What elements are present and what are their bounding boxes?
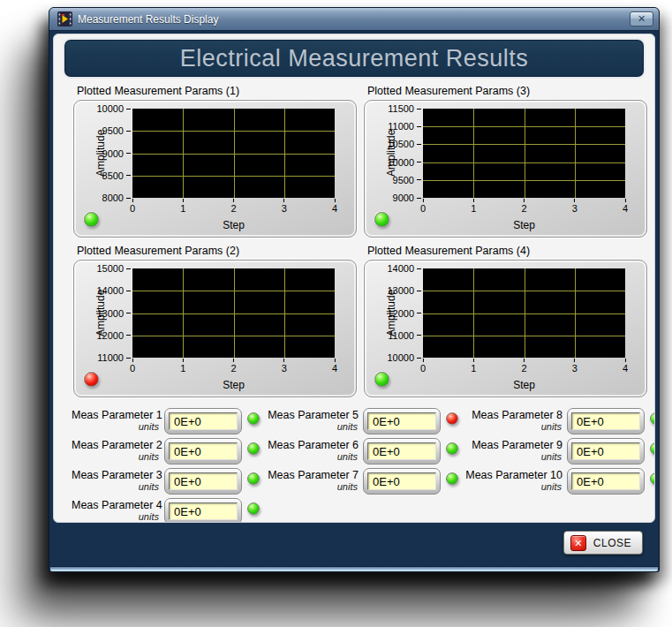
param-value-field[interactable]	[571, 412, 640, 430]
y-tick: 11000	[97, 352, 131, 363]
x-tick: 2	[230, 359, 236, 374]
param-status-led	[650, 472, 655, 485]
param-status-led	[446, 412, 458, 425]
plot-title: Plotted Measurement Params (2)	[77, 245, 357, 257]
window-close-button[interactable]: ✕	[630, 11, 653, 26]
x-tick: 3	[282, 199, 287, 214]
window-bottom-edge	[50, 566, 658, 571]
window-titlebar[interactable]: Measurement Results Display ✕	[49, 8, 659, 31]
y-tick: 9000	[102, 148, 131, 159]
param-value-field[interactable]	[571, 472, 640, 490]
grid-line-vertical	[473, 109, 474, 198]
labview-vi-icon	[57, 11, 72, 26]
param-value-field[interactable]	[571, 442, 640, 460]
y-tick: 8000	[102, 193, 131, 203]
param-units-label: units	[465, 451, 563, 462]
numeric-indicator-frame	[567, 438, 645, 465]
grid-lines	[132, 268, 335, 358]
x-tick: 0	[420, 199, 426, 214]
x-tick: 4	[623, 359, 628, 374]
param-value-field[interactable]	[169, 502, 238, 520]
x-axis-ticks: 01234	[132, 359, 335, 374]
y-tick: 13000	[96, 308, 131, 319]
plot-status-led	[374, 212, 389, 227]
y-tick: 10000	[96, 103, 131, 114]
x-tick: 1	[471, 359, 476, 374]
y-tick: 11500	[388, 103, 421, 114]
param-value-field[interactable]	[169, 412, 238, 430]
param-units-label: units	[465, 421, 563, 432]
plot-group-4: Plotted Measurement Params (4) Amplitude…	[364, 243, 647, 397]
param-value-field[interactable]	[169, 472, 238, 490]
param-status-led	[446, 442, 458, 455]
param-units-label: units	[267, 421, 359, 432]
x-tick: 4	[623, 199, 628, 214]
grid-line-vertical	[284, 109, 285, 198]
x-tick: 1	[471, 199, 476, 214]
y-tick: 15000	[96, 263, 131, 274]
x-axis-ticks: 01234	[423, 359, 625, 374]
param-value-field[interactable]	[367, 472, 436, 490]
plot-title: Plotted Measurement Params (1)	[77, 85, 357, 97]
plot-group-1: Plotted Measurement Params (1) Amplitude…	[73, 83, 357, 238]
param-row-1: Meas Parameter 1 units	[72, 408, 260, 434]
param-value-field[interactable]	[367, 412, 436, 430]
param-units-label: units	[267, 481, 359, 492]
numeric-indicator-frame	[363, 408, 441, 434]
y-tick: 10500	[387, 139, 421, 149]
waveform-graph: Amplitude 1500014000130001200011000 0123…	[73, 260, 357, 397]
param-status-led	[650, 442, 655, 455]
param-row-2: Meas Parameter 2 units	[72, 438, 260, 465]
y-tick: 10000	[387, 157, 421, 168]
y-tick: 14000	[96, 285, 131, 296]
footer: ✕ CLOSE	[53, 523, 655, 564]
param-row-7: Meas Parameter 7 units	[267, 468, 458, 495]
close-button[interactable]: ✕ CLOSE	[563, 531, 643, 555]
plot-status-led	[374, 372, 389, 387]
plot-status-led	[84, 372, 99, 387]
y-tick: 10000	[387, 352, 421, 363]
numeric-indicator-frame	[363, 438, 441, 465]
grid-lines	[423, 109, 625, 198]
param-row-3: Meas Parameter 3 units	[72, 468, 260, 495]
param-units-label: units	[72, 481, 160, 492]
y-axis-ticks: 1150011000105001000095009000	[365, 109, 421, 198]
y-tick: 12000	[96, 330, 131, 341]
y-tick: 12000	[387, 308, 421, 319]
y-axis-ticks: 100009500900085008000	[74, 109, 131, 198]
grid-line-vertical	[575, 109, 576, 198]
param-units-label: units	[267, 451, 359, 462]
content-panel: Electrical Measurement Results Plotted M…	[53, 34, 655, 523]
close-button-label: CLOSE	[593, 537, 631, 549]
grid-line-vertical	[525, 109, 525, 198]
plot-area	[423, 109, 625, 198]
param-status-led	[247, 472, 260, 485]
window-title: Measurement Results Display	[78, 13, 630, 26]
x-axis-label: Step	[423, 219, 625, 231]
x-axis-label: Step	[423, 379, 625, 391]
x-tick: 4	[332, 199, 337, 214]
param-label: Meas Parameter 1	[72, 409, 160, 421]
y-tick: 11000	[388, 121, 421, 132]
param-value-field[interactable]	[169, 442, 238, 460]
parameters-area: Meas Parameter 1 units Meas Parameter 2	[54, 397, 654, 523]
y-tick: 11000	[388, 330, 421, 341]
param-status-led	[247, 502, 260, 515]
x-tick: 3	[572, 359, 578, 374]
param-units-label: units	[72, 451, 160, 462]
param-status-led	[247, 442, 260, 455]
x-tick: 3	[282, 359, 287, 374]
grid-line-vertical	[183, 109, 184, 198]
param-column-3: Meas Parameter 8 units Meas Parameter 9	[465, 408, 655, 523]
param-row-4: Meas Parameter 4 units	[72, 498, 260, 523]
grid-lines	[132, 109, 335, 198]
grid-lines	[423, 268, 625, 358]
numeric-indicator-frame	[363, 468, 441, 495]
param-label: Meas Parameter 4	[72, 499, 160, 511]
param-label: Meas Parameter 5	[267, 409, 359, 421]
x-tick: 1	[180, 199, 185, 214]
x-axis-label: Step	[132, 219, 335, 231]
param-value-field[interactable]	[367, 442, 436, 460]
y-tick: 9000	[393, 193, 421, 203]
y-tick: 9500	[102, 125, 131, 136]
